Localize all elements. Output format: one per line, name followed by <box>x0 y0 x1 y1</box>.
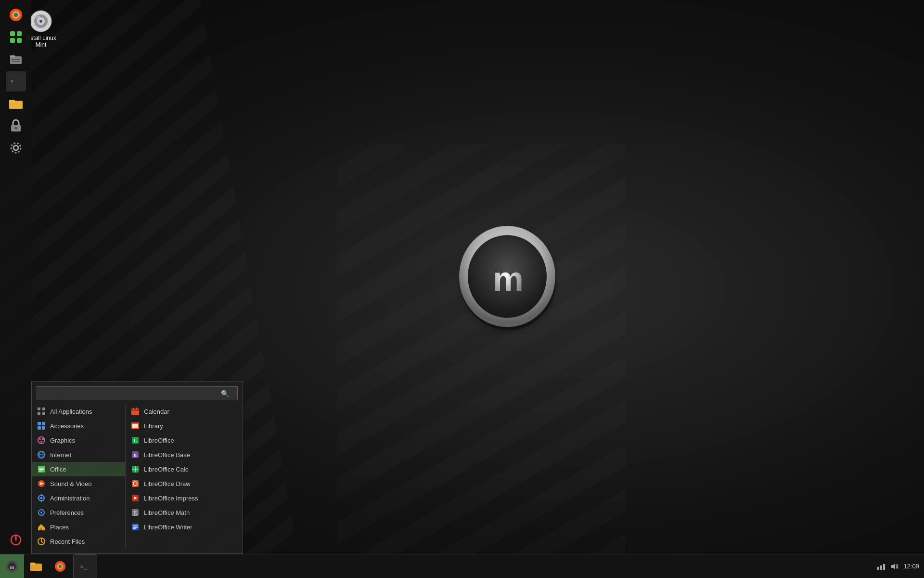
menu-item-all-applications[interactable]: All Applications <box>32 404 125 419</box>
menu-left-column: All Applications Accessories <box>32 404 126 549</box>
volume-icon[interactable] <box>890 562 899 571</box>
svg-rect-35 <box>42 422 45 425</box>
library-icon <box>130 421 140 431</box>
svg-point-7 <box>39 20 42 23</box>
svg-rect-46 <box>39 468 44 469</box>
menu-item-places[interactable]: Places <box>32 520 125 534</box>
menu-columns: All Applications Accessories <box>32 404 243 549</box>
menu-item-libreoffice-base[interactable]: B LibreOffice Base <box>126 447 243 462</box>
graphics-label: Graphics <box>50 437 75 444</box>
library-label: Library <box>144 422 163 430</box>
svg-point-93 <box>59 565 62 568</box>
menu-item-sound-video[interactable]: Sound & Video <box>32 476 125 491</box>
lo-draw-label: LibreOffice Draw <box>144 480 191 487</box>
svg-rect-89 <box>30 564 42 571</box>
preferences-label: Preferences <box>50 509 84 516</box>
svg-point-11 <box>14 13 18 17</box>
svg-rect-32 <box>38 412 40 415</box>
sidebar-btn-firefox[interactable] <box>6 5 26 25</box>
svg-rect-37 <box>42 426 45 430</box>
menu-item-libreoffice-calc[interactable]: LibreOffice Calc <box>126 462 243 476</box>
taskbar-app-files[interactable] <box>24 554 48 578</box>
menu-item-graphics[interactable]: Graphics <box>32 433 125 447</box>
taskbar-apps: >_ <box>24 554 876 578</box>
lo-impress-icon <box>130 493 140 503</box>
menu-item-internet[interactable]: Internet <box>32 447 125 462</box>
lo-math-label: LibreOffice Math <box>144 509 190 516</box>
menu-item-libreoffice-math[interactable]: ∑ LibreOffice Math <box>126 505 243 520</box>
menu-item-libreoffice-writer[interactable]: LibreOffice Writer <box>126 520 243 534</box>
svg-text:m: m <box>493 260 522 298</box>
svg-rect-68 <box>136 424 138 428</box>
svg-rect-16 <box>10 56 22 64</box>
svg-point-26 <box>13 145 18 150</box>
administration-label: Administration <box>50 495 90 502</box>
places-icon <box>37 522 46 532</box>
sidebar-btn-apps[interactable] <box>6 27 26 47</box>
accessories-icon <box>37 421 46 431</box>
sidebar-btn-power[interactable] <box>6 530 26 550</box>
svg-rect-85 <box>133 528 136 529</box>
svg-rect-31 <box>42 407 45 410</box>
sound-video-icon <box>37 479 46 488</box>
svg-rect-84 <box>133 527 138 528</box>
menu-item-accessories[interactable]: Accessories <box>32 419 125 433</box>
menu-item-libreoffice-draw[interactable]: LibreOffice Draw <box>126 476 243 491</box>
app-menu: 🔍 All Applications <box>31 381 243 554</box>
menu-item-recent-files[interactable]: Recent Files <box>32 534 125 549</box>
internet-icon <box>37 450 46 460</box>
lo-base-label: LibreOffice Base <box>144 451 190 459</box>
svg-marker-98 <box>891 564 895 569</box>
taskbar-app-firefox[interactable] <box>48 554 72 578</box>
start-button[interactable]: m <box>0 554 24 578</box>
svg-rect-63 <box>133 407 134 409</box>
internet-label: Internet <box>50 451 71 459</box>
lo-calc-label: LibreOffice Calc <box>144 466 188 473</box>
sidebar-btn-files[interactable] <box>6 49 26 69</box>
network-icon[interactable] <box>876 562 886 571</box>
menu-item-libreoffice-impress[interactable]: LibreOffice Impress <box>126 491 243 505</box>
lo-writer-icon <box>130 522 140 532</box>
lo-impress-label: LibreOffice Impress <box>144 495 198 502</box>
menu-item-library[interactable]: Library <box>126 419 243 433</box>
places-label: Places <box>50 524 69 531</box>
svg-rect-62 <box>131 408 139 411</box>
recent-files-icon <box>37 537 46 546</box>
menu-item-administration[interactable]: Administration <box>32 491 125 505</box>
menu-item-preferences[interactable]: Preferences <box>32 505 125 520</box>
preferences-icon <box>37 508 46 517</box>
svg-rect-96 <box>880 565 882 570</box>
svg-text:m: m <box>10 564 14 570</box>
all-apps-icon <box>37 407 46 416</box>
mint-logo: m <box>450 220 566 335</box>
menu-item-libreoffice[interactable]: L LibreOffice <box>126 433 243 447</box>
svg-rect-76 <box>132 480 139 487</box>
svg-rect-66 <box>132 424 134 428</box>
svg-rect-15 <box>17 38 22 43</box>
svg-point-40 <box>42 438 44 440</box>
sidebar-btn-terminal[interactable]: >_ <box>6 71 26 92</box>
menu-item-office[interactable]: Office <box>32 462 125 476</box>
svg-rect-64 <box>136 407 137 409</box>
menu-item-calendar[interactable]: Calendar <box>126 404 243 419</box>
svg-rect-33 <box>42 412 45 415</box>
svg-text:L: L <box>134 438 137 443</box>
clock: 12:09 <box>903 563 919 570</box>
svg-point-25 <box>14 127 17 130</box>
svg-point-41 <box>40 441 42 443</box>
svg-rect-30 <box>38 407 40 410</box>
taskbar-app-terminal[interactable]: >_ <box>73 554 97 578</box>
sidebar-btn-folder[interactable] <box>6 93 26 114</box>
menu-search-bar: 🔍 <box>37 386 238 400</box>
sidebar-btn-vpn[interactable] <box>6 116 26 136</box>
office-label: Office <box>50 466 66 473</box>
search-input[interactable] <box>37 386 238 400</box>
sidebar-btn-settings[interactable] <box>6 138 26 158</box>
svg-rect-48 <box>39 471 42 472</box>
menu-right-column: Calendar Library <box>126 404 243 549</box>
lo-base-icon: B <box>130 450 140 460</box>
svg-point-52 <box>40 497 43 499</box>
libreoffice-icon: L <box>130 435 140 445</box>
svg-rect-83 <box>133 525 138 526</box>
lo-math-icon: ∑ <box>130 508 140 517</box>
